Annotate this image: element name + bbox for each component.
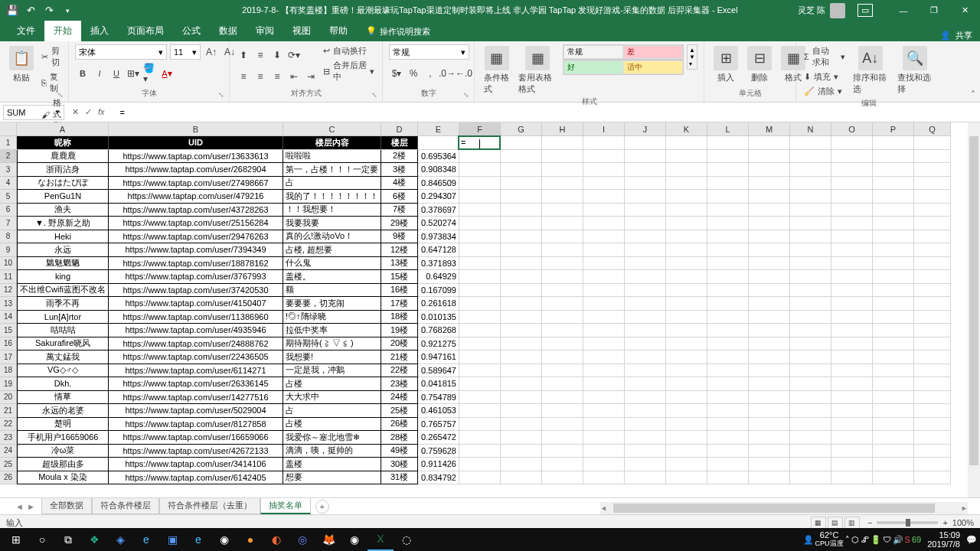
row-header[interactable]: 14 — [0, 311, 17, 324]
cell[interactable] — [542, 418, 583, 432]
cell[interactable]: https://www.taptap.com/user/4150407 — [109, 297, 283, 311]
cell[interactable]: 咕咕咕 — [17, 324, 109, 337]
cell[interactable]: 49楼 — [381, 445, 418, 458]
cell[interactable] — [749, 431, 790, 445]
cell[interactable] — [501, 324, 542, 337]
cell[interactable] — [583, 404, 625, 418]
row-header[interactable]: 25 — [0, 458, 17, 471]
cell[interactable] — [666, 177, 707, 191]
app-icon[interactable]: ◉ — [211, 528, 237, 551]
cell[interactable] — [749, 404, 790, 418]
cell[interactable] — [542, 230, 583, 244]
cell[interactable] — [583, 243, 625, 257]
add-sheet-button[interactable]: + — [315, 500, 329, 514]
hscroll-left-icon[interactable]: ◄ — [600, 504, 607, 512]
cell[interactable]: 浙雨沾身 — [17, 163, 109, 177]
cell[interactable] — [418, 136, 459, 150]
cell[interactable]: 0.759628 — [418, 445, 459, 458]
cell[interactable] — [666, 337, 707, 351]
edge-icon[interactable]: e — [185, 528, 211, 551]
cell[interactable]: 占 — [283, 177, 381, 191]
italic-button[interactable]: I — [92, 66, 107, 81]
dec-decimal-button[interactable]: ←.0 — [456, 66, 472, 81]
cell[interactable]: 0.378697 — [418, 204, 459, 217]
cell[interactable] — [459, 391, 501, 405]
cell[interactable]: 25楼 — [381, 404, 418, 418]
avatar[interactable] — [830, 3, 845, 18]
cell[interactable] — [749, 270, 790, 284]
cell[interactable] — [914, 270, 951, 284]
cell[interactable] — [666, 217, 707, 230]
cell[interactable] — [749, 337, 790, 351]
font-launcher-icon[interactable]: ⤡ — [218, 91, 227, 100]
cell[interactable] — [666, 297, 707, 311]
cell[interactable] — [583, 324, 625, 337]
cell[interactable]: 超级那由多 — [17, 458, 109, 471]
cell[interactable] — [707, 458, 749, 471]
cell[interactable]: https://www.taptap.com/user/5029004 — [109, 404, 283, 418]
comma-button[interactable]: , — [423, 66, 438, 81]
clipboard-launcher-icon[interactable]: ⤡ — [57, 91, 67, 100]
cell[interactable] — [873, 458, 914, 471]
cell[interactable] — [707, 471, 749, 485]
cell[interactable] — [831, 230, 873, 244]
cell[interactable] — [914, 297, 951, 311]
align-right-button[interactable]: ≡ — [270, 69, 285, 84]
cell[interactable]: 雨季不再 — [17, 297, 109, 311]
col-header-A[interactable]: A — [17, 122, 109, 136]
cell[interactable]: 15楼 — [381, 270, 418, 284]
cell[interactable]: 0.768268 — [418, 324, 459, 337]
fill-button[interactable]: ⬇填充▾ — [802, 70, 847, 83]
cell[interactable] — [707, 431, 749, 445]
cell[interactable]: VG◇♂◇ — [17, 364, 109, 378]
cell[interactable] — [666, 364, 707, 378]
wrap-text-button[interactable]: ↩自动换行 — [322, 44, 376, 57]
zoom-in-button[interactable]: + — [942, 518, 947, 527]
cell[interactable] — [583, 311, 625, 324]
cell[interactable] — [583, 204, 625, 217]
sheet-tab[interactable]: 抽奖名单 — [260, 498, 311, 514]
zoom-out-button[interactable]: − — [867, 518, 872, 527]
cell[interactable]: https://www.taptap.com/user/6142405 — [109, 471, 283, 485]
zoom-level[interactable]: 100% — [952, 518, 974, 527]
cell[interactable] — [831, 217, 873, 230]
cell[interactable] — [749, 177, 790, 191]
cell[interactable] — [625, 391, 666, 405]
spreadsheet-grid[interactable]: ABCDEFGHIJKLMNOPQ 1234567891011121314151… — [0, 122, 980, 497]
tab-help[interactable]: 帮助 — [320, 21, 357, 41]
cell[interactable] — [790, 204, 831, 217]
cell[interactable] — [501, 270, 542, 284]
cell[interactable] — [625, 350, 666, 364]
cell[interactable]: 0.041815 — [418, 377, 459, 391]
border-button[interactable]: ⊞▾ — [126, 66, 141, 81]
orientation-button[interactable]: ⟳▾ — [286, 47, 302, 63]
cell[interactable] — [666, 418, 707, 432]
cell[interactable] — [873, 177, 914, 191]
cell[interactable] — [914, 337, 951, 351]
cell[interactable] — [459, 136, 501, 150]
table-format-button[interactable]: ▦套用表格格式 — [515, 44, 560, 96]
cell[interactable]: https://www.taptap.com/user/27498667 — [109, 177, 283, 191]
cell[interactable] — [873, 150, 914, 164]
cell[interactable] — [501, 177, 542, 191]
cell[interactable] — [542, 350, 583, 364]
cell[interactable] — [625, 136, 666, 150]
cell[interactable]: 28楼 — [381, 431, 418, 445]
cell[interactable] — [873, 217, 914, 230]
cell[interactable] — [749, 284, 790, 298]
indent-inc-button[interactable]: ⇥ — [303, 69, 318, 84]
sheet-next-icon[interactable]: ► — [27, 502, 35, 511]
cell[interactable]: 滴滴，咦，挺帅的 — [283, 445, 381, 458]
cell[interactable] — [666, 445, 707, 458]
cell[interactable] — [790, 243, 831, 257]
cell[interactable] — [707, 350, 749, 364]
cell[interactable]: Moula x 染染 — [17, 471, 109, 485]
cell[interactable]: 30楼 — [381, 458, 418, 471]
cell[interactable] — [790, 445, 831, 458]
tray-icon[interactable]: 🔋 — [871, 535, 881, 545]
cell[interactable]: 我想要! — [283, 350, 381, 364]
underline-button[interactable]: U — [109, 66, 124, 81]
cell[interactable]: 0.589647 — [418, 364, 459, 378]
tray-icon[interactable]: ˄ — [845, 535, 850, 545]
cell[interactable] — [459, 297, 501, 311]
